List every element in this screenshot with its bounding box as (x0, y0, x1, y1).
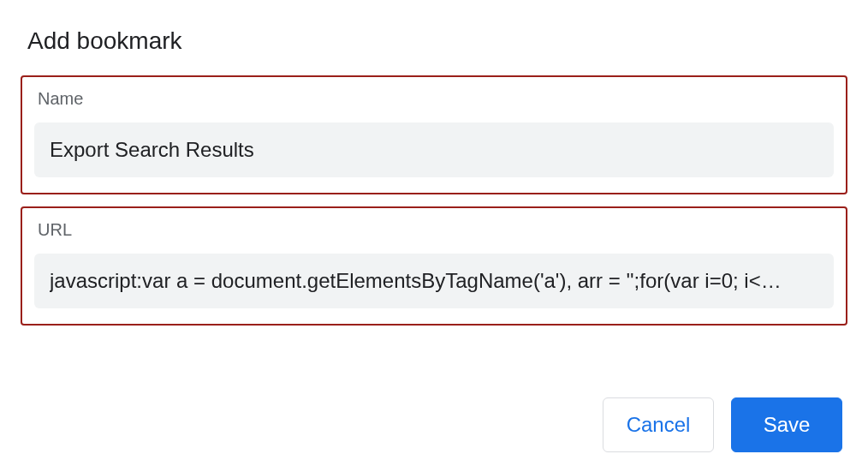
name-field-label: Name (38, 89, 834, 109)
url-field-box: URL (21, 206, 847, 326)
url-field-label: URL (38, 220, 834, 240)
dialog-title: Add bookmark (27, 27, 847, 55)
cancel-button[interactable]: Cancel (603, 397, 714, 452)
name-input[interactable] (34, 122, 834, 177)
url-input[interactable] (34, 254, 834, 308)
dialog-button-row: Cancel Save (21, 338, 847, 452)
name-field-box: Name (21, 75, 847, 194)
save-button[interactable]: Save (731, 397, 842, 452)
add-bookmark-dialog: Add bookmark Name URL Cancel Save (0, 0, 868, 452)
